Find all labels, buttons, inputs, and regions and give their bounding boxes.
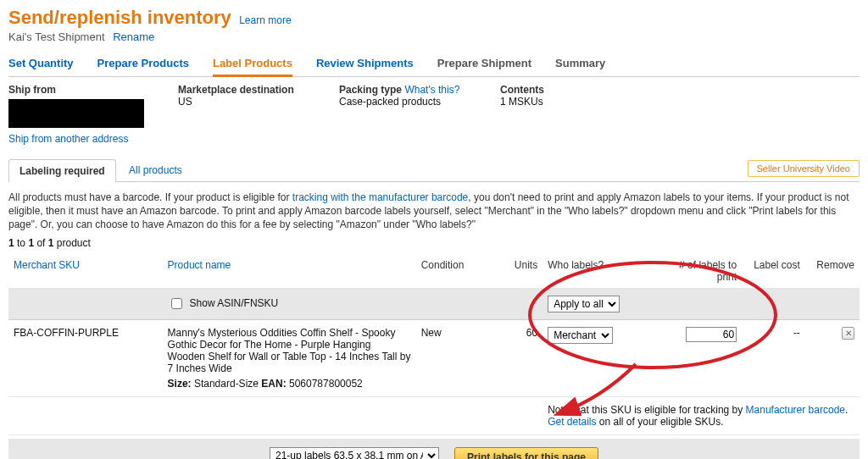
step-prepare-products[interactable]: Prepare Products (97, 52, 189, 76)
apply-to-all-select[interactable]: Apply to all (548, 296, 620, 312)
tab-all-products[interactable]: All products (119, 159, 192, 181)
step-summary: Summary (555, 52, 605, 76)
packing-label: Packing type What's this? (339, 84, 466, 96)
table-row: FBA-COFFIN-PURPLE Manny's Mysterious Odd… (8, 319, 860, 396)
cell-remove: ✕ (805, 319, 860, 396)
col-label-cost: Label cost (742, 254, 805, 289)
contents-label: Contents (500, 84, 627, 96)
eligibility-note: Note that this SKU is eligible for track… (542, 396, 860, 434)
step-prepare-shipment: Prepare Shipment (437, 52, 531, 76)
num-labels-input[interactable] (686, 327, 737, 342)
marketplace-col: Marketplace destination US (178, 84, 305, 145)
col-merchant-sku[interactable]: Merchant SKU (8, 254, 163, 289)
col-who-labels: Who labels? (542, 254, 660, 289)
packing-value: Case-packed products (339, 96, 466, 108)
marketplace-label: Marketplace destination (178, 84, 305, 96)
remove-button[interactable]: ✕ (842, 327, 854, 340)
shipment-name-row: Kai's Test Shipment Rename (8, 30, 860, 43)
tab-labeling-required[interactable]: Labeling required (8, 159, 116, 183)
cell-num-labels (660, 319, 742, 396)
step-set-quantity[interactable]: Set Quantity (8, 52, 74, 76)
col-units: Units (498, 254, 542, 289)
print-labels-button[interactable]: Print labels for this page (454, 447, 598, 459)
learn-more-link[interactable]: Learn more (239, 14, 291, 26)
products-table: Merchant SKU Product name Condition Unit… (8, 254, 860, 435)
packing-col: Packing type What's this? Case-packed pr… (339, 84, 466, 145)
ship-from-col: Ship from Ship from another address (8, 84, 144, 145)
contents-col: Contents 1 MSKUs (500, 84, 627, 145)
step-review-shipments[interactable]: Review Shipments (316, 52, 414, 76)
seller-university-video-button[interactable]: Seller University Video (748, 160, 860, 177)
barcode-explanation: All products must have a barcode. If you… (8, 191, 860, 232)
col-condition: Condition (416, 254, 498, 289)
shipment-info: Ship from Ship from another address Mark… (8, 77, 860, 148)
print-footer: 21-up labels 63.5 x 38.1 mm on A4 Print … (8, 439, 860, 459)
table-area: Merchant SKU Product name Condition Unit… (8, 254, 860, 459)
show-asin-label[interactable]: Show ASIN/FNSKU (168, 296, 411, 312)
manufacturer-barcode-note-link[interactable]: Manufacturer barcode (746, 404, 845, 416)
print-block: Print labels for this page Total labels:… (454, 447, 598, 459)
rename-link[interactable]: Rename (113, 30, 154, 43)
label-size-select[interactable]: 21-up labels 63.5 x 38.1 mm on A4 (270, 447, 439, 459)
packing-whats-this-link[interactable]: What's this? (404, 84, 459, 96)
wizard-steps: Set Quantity Prepare Products Label Prod… (8, 52, 860, 77)
step-label-products[interactable]: Label Products (213, 52, 292, 77)
table-controls-row: Show ASIN/FNSKU Apply to all (8, 288, 860, 319)
page-header: Send/replenish inventory Learn more Kai'… (8, 7, 860, 43)
close-icon: ✕ (845, 329, 852, 338)
shipment-name: Kai's Test Shipment (8, 30, 105, 43)
cell-condition: New (416, 319, 498, 396)
marketplace-value: US (178, 96, 305, 108)
col-remove: Remove (805, 254, 860, 289)
cell-label-cost: -- (742, 319, 805, 396)
col-num-labels: # of labels to print (660, 254, 742, 289)
get-details-link[interactable]: Get details (548, 416, 596, 428)
cell-who-labels: Merchant (542, 319, 660, 396)
col-product-name[interactable]: Product name (163, 254, 416, 289)
cell-product-name: Manny's Mysterious Oddities Coffin Shelf… (163, 319, 416, 396)
eligibility-note-row: Note that this SKU is eligible for track… (8, 396, 860, 434)
product-count-top: 1 to 1 of 1 product (8, 237, 860, 249)
show-asin-checkbox[interactable] (171, 298, 182, 309)
cell-sku: FBA-COFFIN-PURPLE (8, 319, 163, 396)
cell-units: 60 (498, 319, 542, 396)
subtabs: Labeling required All products Seller Un… (8, 158, 860, 182)
who-labels-select[interactable]: Merchant (548, 327, 613, 344)
contents-value: 1 MSKUs (500, 96, 627, 108)
page-title: Send/replenish inventory (8, 7, 231, 29)
ship-from-another-link[interactable]: Ship from another address (8, 133, 144, 145)
ship-from-address-redacted (8, 99, 144, 128)
manufacturer-barcode-link[interactable]: tracking with the manufacturer barcode (292, 191, 468, 203)
ship-from-label: Ship from (8, 84, 144, 96)
